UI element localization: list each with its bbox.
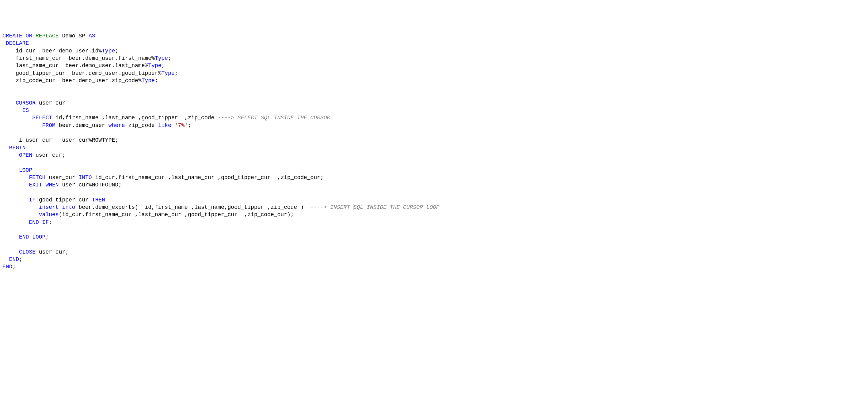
values-list: (id_cur,first_name_cur ,last_name_cur ,g… — [59, 212, 294, 218]
semicolon: ; — [12, 264, 16, 270]
keyword-type: Type — [161, 70, 175, 76]
decl-rowtype: l_user_cur user_cur%ROWTYPE; — [2, 137, 118, 143]
semicolon: ; — [49, 219, 52, 226]
fetch-cursor: user_cur — [45, 175, 79, 181]
comment-insert-a: ----> INSERT — [310, 204, 353, 210]
from-table: beer.demo_user — [56, 122, 108, 128]
fetch-vars: id_cur,first_name_cur ,last_name_cur ,go… — [92, 175, 324, 181]
decl-good-tipper-cur: good_tipper_cur beer.demo_user.good_tipp… — [2, 70, 161, 76]
keyword-is: IS — [2, 107, 29, 114]
keyword-type: Type — [155, 55, 168, 61]
keyword-values: values — [2, 212, 59, 218]
where-col: zip_code — [125, 122, 158, 128]
keyword-type: Type — [148, 63, 161, 69]
space — [171, 122, 175, 128]
select-columns: id,first_name ,last_name ,good_tipper ,z… — [52, 115, 218, 121]
keyword-cursor: CURSOR — [2, 100, 36, 106]
close-cursor: user_cur; — [36, 249, 69, 255]
keyword-like: like — [158, 122, 171, 128]
keyword-create-or: CREATE OR — [2, 33, 36, 39]
cursor-name: user_cur — [36, 100, 65, 106]
semicolon: ; — [188, 122, 191, 128]
keyword-end-loop: END LOOP — [2, 234, 45, 240]
keyword-open: OPEN — [2, 152, 32, 158]
semicolon: ; — [175, 70, 178, 76]
keyword-where: where — [108, 122, 125, 128]
keyword-type: Type — [102, 48, 115, 54]
if-condition: good_tipper_cur — [36, 197, 92, 203]
keyword-into: INTO — [79, 175, 92, 181]
comment-select: ----> SELECT SQL INSIDE THE CURSOR — [218, 115, 330, 121]
keyword-insert-into: insert into — [2, 204, 75, 210]
semicolon: ; — [45, 234, 49, 240]
keyword-if: IF — [2, 197, 36, 203]
keyword-close: CLOSE — [2, 249, 36, 255]
open-cursor: user_cur; — [32, 152, 65, 158]
comment-insert-b: SQL INSIDE THE CURSOR LOOP — [353, 204, 439, 210]
decl-id-cur: id_cur beer.demo_user.id% — [2, 48, 102, 54]
keyword-end: END — [2, 264, 12, 270]
keyword-from: FROM — [2, 122, 56, 128]
keyword-as: AS — [89, 33, 95, 39]
keyword-declare: DECLARE — [2, 40, 29, 46]
semicolon: ; — [155, 78, 158, 84]
proc-name: Demo_SP — [59, 33, 89, 39]
keyword-replace: REPLACE — [36, 33, 59, 39]
keyword-type: Type — [142, 78, 155, 84]
code-block: CREATE OR REPLACE Demo_SP AS DECLARE id_… — [2, 32, 866, 271]
keyword-end: END — [2, 256, 19, 263]
semicolon: ; — [161, 63, 165, 69]
semicolon: ; — [19, 256, 22, 263]
insert-table-cols: beer.demo_experts( id,first_name ,last_n… — [75, 204, 310, 210]
decl-zip-code-cur: zip_code_cur beer.demo_user.zip_code% — [2, 78, 142, 84]
string-literal: '7%' — [175, 122, 188, 128]
semicolon: ; — [115, 48, 118, 54]
keyword-exit-when: EXIT WHEN — [2, 182, 59, 188]
decl-last-name-cur: last_name_cur beer.demo_user.last_name% — [2, 63, 148, 69]
keyword-fetch: FETCH — [2, 175, 45, 181]
keyword-begin: BEGIN — [2, 145, 26, 151]
keyword-select: SELECT — [2, 115, 52, 121]
keyword-then: THEN — [92, 197, 105, 203]
semicolon: ; — [168, 55, 171, 61]
keyword-end-if: END IF — [2, 219, 49, 226]
exit-condition: user_cur%NOTFOUND; — [59, 182, 122, 188]
keyword-loop: LOOP — [2, 167, 32, 173]
decl-first-name-cur: first_name_cur beer.demo_user.first_name… — [2, 55, 155, 61]
